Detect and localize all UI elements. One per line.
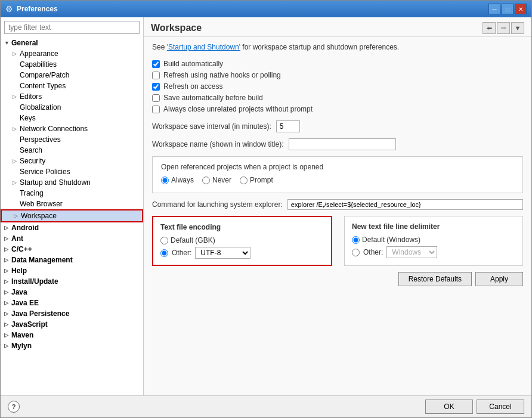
- forward-button[interactable]: ⮕: [497, 22, 510, 34]
- refresh-native-checkbox[interactable]: [152, 72, 160, 79]
- delimiter-select[interactable]: Windows Unix Mac OS X: [386, 246, 437, 258]
- checkbox-refresh-access: Refresh on access: [152, 82, 523, 91]
- maximize-button[interactable]: □: [502, 4, 514, 14]
- refresh-access-checkbox[interactable]: [152, 83, 160, 91]
- delimiter-default-label: Default (Windows): [362, 236, 420, 244]
- tree-item-ant[interactable]: ▷ Ant: [1, 233, 143, 244]
- expand-arrow-general: ▼: [4, 40, 10, 46]
- tree-item-search[interactable]: ▷ Search: [1, 145, 143, 156]
- tree-label-web-browser: Web Browser: [20, 200, 63, 208]
- tree-item-tracing[interactable]: ▷ Tracing: [1, 188, 143, 199]
- tree-item-security[interactable]: ▷ Security: [1, 156, 143, 166]
- open-projects-options: Always Never Prompt: [161, 176, 514, 187]
- delimiter-default-radio[interactable]: [352, 236, 360, 244]
- close-button[interactable]: ✕: [515, 4, 527, 14]
- tree-label-workspace: Workspace: [21, 212, 57, 220]
- tree-item-android[interactable]: ▷ Android: [1, 222, 143, 233]
- build-auto-checkbox[interactable]: [152, 60, 160, 68]
- radio-prompt: Prompt: [240, 176, 273, 184]
- open-projects-box: Open referenced projects when a project …: [152, 156, 523, 193]
- tree-item-java[interactable]: ▷ Java: [1, 287, 143, 298]
- right-header: Workspace ⬅ ⮕ ▼: [144, 17, 531, 37]
- tree-item-content-types[interactable]: ▷ Content Types: [1, 80, 143, 91]
- info-text: See 'Startup and Shutdown' for workspace…: [152, 43, 523, 51]
- minimize-button[interactable]: ─: [488, 4, 500, 14]
- delimiter-other-row: Other: Windows Unix Mac OS X: [352, 246, 515, 258]
- encoding-other-row: Other: UTF-8 UTF-16 ISO-8859-1 US-ASCII …: [160, 247, 324, 259]
- prompt-label: Prompt: [250, 176, 273, 184]
- filter-input[interactable]: [4, 21, 140, 34]
- cancel-button[interactable]: Cancel: [477, 400, 524, 414]
- panel-title: Workspace: [151, 23, 202, 33]
- encoding-delimiter-row: Text file encoding Default (GBK) Other: …: [152, 216, 523, 266]
- encoding-default-radio[interactable]: [160, 237, 168, 244]
- tree-item-startup-shutdown[interactable]: ▷ Startup and Shutdown: [1, 177, 143, 188]
- expand-arrow-workspace: ▷: [14, 213, 20, 219]
- tree-item-general[interactable]: ▼ General: [1, 38, 143, 48]
- refresh-access-label: Refresh on access: [163, 82, 222, 91]
- panel-action-buttons: Restore Defaults Apply: [152, 272, 523, 286]
- tree-label-service-policies: Service Policies: [20, 168, 70, 176]
- tree-item-install-update[interactable]: ▷ Install/Update: [1, 276, 143, 287]
- command-input[interactable]: [287, 199, 523, 210]
- title-bar: ⚙ Preferences ─ □ ✕: [1, 1, 531, 17]
- tree-label-appearance: Appearance: [20, 49, 58, 58]
- close-unrelated-checkbox[interactable]: [152, 106, 160, 113]
- tree-item-service-policies[interactable]: ▷ Service Policies: [1, 166, 143, 177]
- tree-item-web-browser[interactable]: ▷ Web Browser: [1, 199, 143, 209]
- tree-item-capabilities[interactable]: ▷ Capabilities: [1, 59, 143, 70]
- tree-item-maven[interactable]: ▷ Maven: [1, 330, 143, 340]
- build-auto-label: Build automatically: [163, 60, 223, 68]
- info-prefix: See: [152, 43, 167, 51]
- tree-item-java-persistence[interactable]: ▷ Java Persistence: [1, 308, 143, 319]
- tree-item-data-management[interactable]: ▷ Data Management: [1, 255, 143, 265]
- tree-label-content-types: Content Types: [20, 82, 66, 90]
- expand-arrow-security: ▷: [13, 158, 18, 164]
- tree-item-globalization[interactable]: ▷ Globalization: [1, 102, 143, 113]
- prompt-radio[interactable]: [240, 177, 248, 184]
- tree-label-maven: Maven: [11, 331, 33, 339]
- always-radio[interactable]: [161, 177, 169, 184]
- tree-item-mylyn[interactable]: ▷ Mylyn: [1, 340, 143, 351]
- tree-item-perspectives[interactable]: ▷ Perspectives: [1, 134, 143, 145]
- dropdown-button[interactable]: ▼: [511, 22, 524, 34]
- encoding-default-label: Default (GBK): [171, 236, 215, 244]
- tree-item-workspace[interactable]: ▷ Workspace: [1, 209, 143, 222]
- tree-item-network-connections[interactable]: ▷ Network Connections: [1, 123, 143, 134]
- expand-arrow-appearance: ▷: [13, 51, 18, 57]
- save-interval-input[interactable]: [276, 120, 300, 132]
- expand-arrow-install: ▷: [4, 278, 10, 284]
- line-delimiter-box: New text file line delimiter Default (Wi…: [344, 216, 523, 266]
- back-button[interactable]: ⬅: [482, 22, 496, 34]
- restore-defaults-button[interactable]: Restore Defaults: [398, 272, 472, 286]
- preferences-window: ⚙ Preferences ─ □ ✕ ▼ General ▷ Appearan…: [0, 0, 532, 418]
- ok-button[interactable]: OK: [425, 400, 473, 414]
- tree-item-compare-patch[interactable]: ▷ Compare/Patch: [1, 70, 143, 80]
- save-auto-checkbox[interactable]: [152, 94, 160, 102]
- tree-item-cpp[interactable]: ▷ C/C++: [1, 244, 143, 255]
- tree-label-security: Security: [20, 157, 45, 165]
- tree-label-general: General: [11, 39, 38, 47]
- tree-label-install: Install/Update: [11, 277, 58, 286]
- encoding-title: Text file encoding: [160, 223, 324, 231]
- encoding-other-radio[interactable]: [160, 249, 168, 257]
- tree-item-java-ee[interactable]: ▷ Java EE: [1, 298, 143, 308]
- encoding-select[interactable]: UTF-8 UTF-16 ISO-8859-1 US-ASCII GBK: [195, 247, 250, 259]
- tree-label-java-persistence: Java Persistence: [11, 309, 69, 318]
- never-radio[interactable]: [202, 177, 210, 184]
- command-label: Command for launching system explorer:: [152, 200, 283, 209]
- tree-item-javascript[interactable]: ▷ JavaScript: [1, 319, 143, 330]
- tree-item-appearance[interactable]: ▷ Appearance: [1, 48, 143, 59]
- startup-shutdown-link[interactable]: 'Startup and Shutdown': [167, 43, 240, 51]
- tree-area: ▼ General ▷ Appearance ▷ Capabilities ▷ …: [1, 38, 143, 395]
- close-unrelated-label: Always close unrelated projects without …: [163, 105, 313, 113]
- help-button[interactable]: ?: [8, 401, 20, 413]
- tree-item-editors[interactable]: ▷ Editors: [1, 91, 143, 102]
- workspace-name-input[interactable]: [289, 138, 396, 150]
- tree-item-keys[interactable]: ▷ Keys: [1, 113, 143, 123]
- tree-label-globalization: Globalization: [20, 103, 61, 112]
- delimiter-other-radio[interactable]: [352, 249, 360, 256]
- text-encoding-box: Text file encoding Default (GBK) Other: …: [152, 216, 332, 266]
- apply-button[interactable]: Apply: [475, 272, 523, 286]
- tree-item-help[interactable]: ▷ Help: [1, 265, 143, 276]
